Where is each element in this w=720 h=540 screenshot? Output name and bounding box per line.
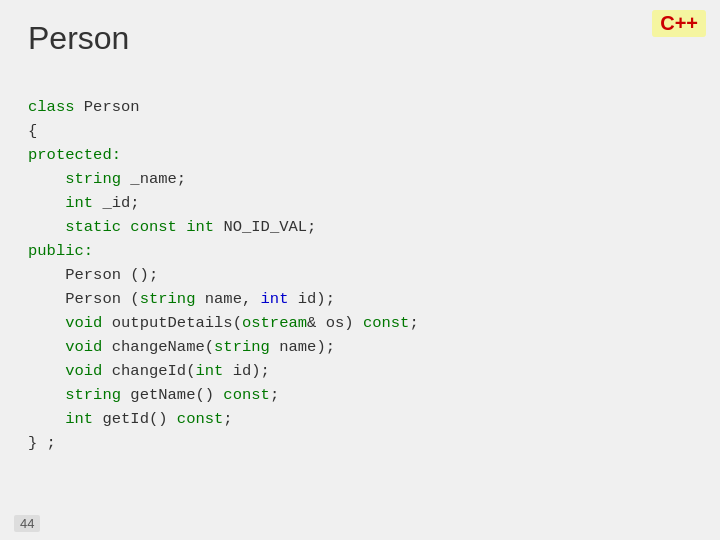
code-block: class Person { protected: string _name; … (28, 71, 692, 455)
slide-title: Person (28, 20, 692, 57)
cpp-badge: C++ (652, 10, 706, 37)
slide: C++ Person class Person { protected: str… (0, 0, 720, 540)
slide-number: 44 (14, 515, 40, 532)
